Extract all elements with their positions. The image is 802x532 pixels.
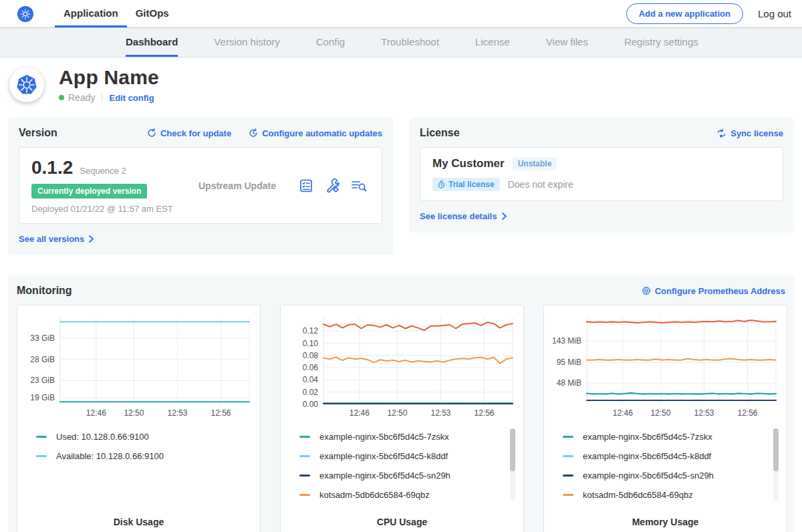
svg-text:12:50: 12:50 — [650, 408, 670, 418]
monitoring-title: Monitoring — [17, 285, 72, 297]
svg-text:95 MiB: 95 MiB — [557, 358, 581, 367]
tab-application[interactable]: Application — [55, 0, 127, 27]
tab-application-label: Application — [63, 7, 118, 19]
view-diff-icon[interactable] — [351, 178, 367, 193]
version-card-title: Version — [19, 127, 57, 139]
legend-item: example-nginx-5bc6f5d4c5-sn29h — [299, 466, 515, 485]
svg-text:12:56: 12:56 — [211, 408, 231, 418]
subtab-view-files-label: View files — [546, 36, 588, 47]
svg-text:12:46: 12:46 — [613, 408, 633, 418]
logout-button[interactable]: Log out — [758, 0, 791, 27]
disk-usage-plot: 33 GiB28 GiB23 GiB19 GiB12:4612:5012:531… — [25, 312, 253, 420]
subtab-version-history[interactable]: Version history — [214, 28, 279, 57]
svg-text:23 GiB: 23 GiB — [30, 376, 55, 385]
cpu-usage-title: CPU Usage — [289, 517, 515, 527]
subtab-registry-settings[interactable]: Registry settings — [624, 28, 698, 57]
legend-item: Used: 10.128.0.66:9100 — [36, 427, 252, 446]
deployed-timestamp: Deployed 01/21/22 @ 11:57 am EST — [31, 204, 198, 214]
add-application-button[interactable]: Add a new application — [626, 3, 743, 24]
configure-prometheus-label: Configure Prometheus Address — [655, 286, 785, 296]
svg-text:48 MiB: 48 MiB — [557, 378, 581, 388]
svg-text:12:56: 12:56 — [737, 408, 757, 418]
legend-color-dash — [563, 475, 573, 477]
configure-automatic-updates-label: Configure automatic updates — [262, 128, 382, 138]
gear-icon — [642, 286, 651, 295]
preflight-checks-icon[interactable] — [299, 178, 313, 193]
top-nav: Application GitOps Add a new application… — [0, 0, 802, 28]
svg-text:33 GiB: 33 GiB — [30, 334, 55, 343]
legend-label: Used: 10.128.0.66:9100 — [56, 432, 149, 442]
legend-label: example-nginx-5bc6f5d4c5-sn29h — [319, 471, 450, 481]
subtab-view-files[interactable]: View files — [546, 28, 588, 57]
app-sub-nav: Dashboard Version history Config Trouble… — [0, 28, 802, 57]
legend-scrollbar-track[interactable] — [510, 428, 515, 501]
see-all-versions-link[interactable]: See all versions — [19, 234, 94, 244]
legend-label: kotsadm-5db6dc6584-69qbz — [583, 490, 693, 500]
disk-usage-card: 33 GiB28 GiB23 GiB19 GiB12:4612:5012:531… — [17, 305, 261, 532]
svg-text:12:53: 12:53 — [167, 408, 187, 418]
current-version-row: 0.1.2 Sequence 2 Currently deployed vers… — [19, 147, 382, 224]
subtab-config[interactable]: Config — [316, 28, 345, 57]
cpu-usage-plot: 0.120.100.080.060.040.020.0012:4612:5012… — [289, 312, 517, 420]
subtab-troubleshoot-label: Troubleshoot — [381, 36, 439, 47]
charts-row: 33 GiB28 GiB23 GiB19 GiB12:4612:5012:531… — [17, 305, 785, 532]
subtab-troubleshoot[interactable]: Troubleshoot — [381, 28, 439, 57]
legend-color-dash — [299, 455, 310, 457]
configure-prometheus-link[interactable]: Configure Prometheus Address — [642, 286, 785, 296]
license-summary-row: My Customer Unstable Trial license Does … — [420, 147, 783, 201]
svg-text:0.08: 0.08 — [303, 351, 319, 360]
version-sequence: Sequence 2 — [80, 166, 126, 176]
subtab-dashboard-label: Dashboard — [126, 36, 178, 47]
page-title: App Name — [59, 66, 159, 89]
tab-gitops[interactable]: GitOps — [127, 0, 178, 27]
schedule-update-icon — [249, 128, 258, 138]
legend-label: kotsadm-5db6dc6584-69qbz — [319, 490, 430, 500]
svg-text:0.04: 0.04 — [303, 375, 319, 384]
version-number: 0.1.2 — [31, 157, 73, 178]
svg-text:19 GiB: 19 GiB — [30, 393, 55, 402]
configure-automatic-updates-link[interactable]: Configure automatic updates — [249, 128, 382, 138]
see-license-details-link[interactable]: See license details — [420, 211, 507, 221]
refresh-icon — [147, 128, 156, 138]
svg-text:12:53: 12:53 — [694, 408, 714, 418]
ready-status-dot — [59, 95, 64, 100]
legend-item: Available: 10.128.0.66:9100 — [36, 446, 252, 466]
subtab-license[interactable]: License — [475, 28, 510, 57]
license-card: License Sync license My Customer Unstabl… — [409, 118, 794, 233]
chevron-right-icon — [88, 235, 94, 243]
legend-scrollbar-thumb[interactable] — [773, 428, 779, 471]
legend-scrollbar-thumb[interactable] — [510, 428, 515, 471]
sync-license-link[interactable]: Sync license — [716, 128, 783, 138]
legend-item: example-nginx-5bc6f5d4c5-7zskx — [299, 427, 515, 446]
legend-label: Available: 10.128.0.66:9100 — [56, 451, 164, 461]
legend-label: example-nginx-5bc6f5d4c5-k8ddf — [319, 451, 448, 461]
svg-text:143 MiB: 143 MiB — [552, 336, 581, 346]
legend-color-dash — [563, 455, 573, 457]
svg-text:12:46: 12:46 — [350, 408, 370, 418]
legend-label: example-nginx-5bc6f5d4c5-7zskx — [583, 432, 712, 442]
check-for-update-link[interactable]: Check for update — [147, 128, 231, 138]
svg-text:0.00: 0.00 — [303, 400, 319, 409]
svg-text:12:56: 12:56 — [474, 408, 494, 418]
svg-text:0.10: 0.10 — [303, 339, 319, 348]
customer-name: My Customer — [432, 157, 505, 170]
svg-text:28 GiB: 28 GiB — [30, 355, 55, 364]
legend-color-dash — [563, 436, 573, 438]
svg-text:0.12: 0.12 — [303, 326, 319, 336]
sync-license-label: Sync license — [730, 128, 783, 138]
legend-scrollbar-track[interactable] — [773, 428, 779, 501]
cpu-usage-legend: example-nginx-5bc6f5d4c5-7zskxexample-ng… — [289, 427, 515, 507]
kubernetes-logo-icon — [17, 6, 33, 22]
edit-config-wrench-icon[interactable] — [324, 178, 340, 194]
svg-text:12:50: 12:50 — [387, 408, 407, 418]
subtab-config-label: Config — [316, 36, 345, 47]
legend-color-dash — [299, 475, 310, 477]
legend-item: example-nginx-5bc6f5d4c5-k8ddf — [299, 446, 515, 466]
edit-config-link[interactable]: Edit config — [109, 93, 154, 103]
legend-color-dash — [299, 494, 310, 496]
subtab-license-label: License — [475, 36, 510, 47]
version-source-label: Upstream Update — [198, 180, 299, 191]
subtab-dashboard[interactable]: Dashboard — [126, 28, 178, 57]
license-card-title: License — [420, 127, 460, 139]
app-status: Ready — [68, 92, 95, 103]
